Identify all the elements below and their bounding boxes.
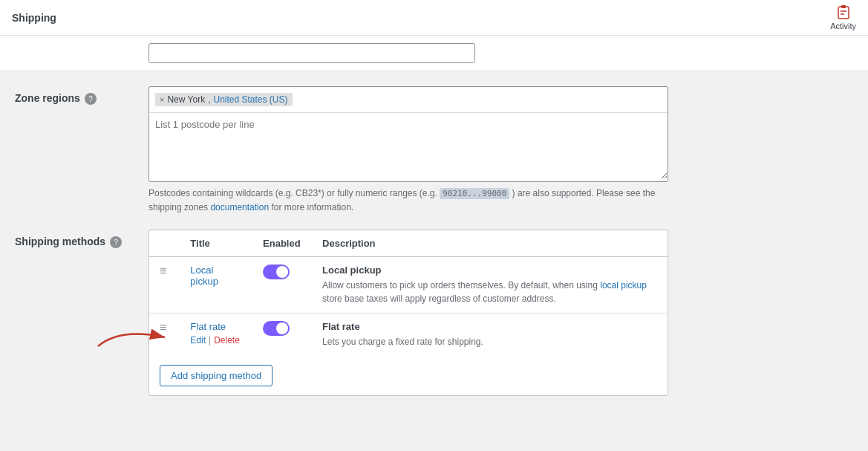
zone-name-input[interactable] bbox=[149, 43, 475, 63]
shipping-methods-label: Shipping methods bbox=[15, 236, 105, 247]
tag-separator: , bbox=[208, 94, 210, 105]
col-description: Description bbox=[312, 230, 668, 257]
col-enabled: Enabled bbox=[252, 230, 312, 257]
methods-table: Title Enabled Description ≡ Local bbox=[149, 230, 668, 356]
postcode-textarea[interactable] bbox=[149, 112, 668, 179]
action-separator: | bbox=[209, 335, 211, 345]
drag-handle-icon[interactable]: ≡ bbox=[160, 265, 169, 277]
activity-button[interactable]: Activity bbox=[830, 5, 856, 30]
shipping-methods-input-col: Title Enabled Description ≡ Local bbox=[149, 230, 668, 396]
method-enabled-cell bbox=[252, 257, 312, 314]
postcode-range-code: 90210...99000 bbox=[440, 188, 509, 199]
method-desc-title: Local pickup bbox=[322, 265, 657, 276]
tag-remove-icon[interactable]: × bbox=[160, 95, 164, 104]
method-enabled-cell bbox=[252, 314, 312, 357]
methods-table-wrapper: Title Enabled Description ≡ Local bbox=[149, 230, 668, 396]
method-name-cell: Flat rate bbox=[180, 314, 252, 357]
method-name-cell: Local pickup bbox=[180, 257, 252, 314]
method-desc-cell: Flat rate Lets you charge a fixed rate f… bbox=[312, 314, 668, 357]
zone-regions-wrapper: × New York, United States (US) bbox=[149, 86, 668, 182]
shipping-methods-help-icon[interactable]: ? bbox=[110, 236, 122, 248]
zone-regions-label: Zone regions bbox=[15, 92, 80, 104]
zone-regions-help-icon[interactable]: ? bbox=[85, 93, 97, 105]
zone-regions-input-col: × New York, United States (US) Postcodes… bbox=[149, 86, 668, 215]
method-delete-link[interactable]: Delete bbox=[214, 335, 240, 345]
activity-icon bbox=[836, 5, 851, 20]
tag-country: United States (US) bbox=[213, 94, 287, 105]
add-shipping-method-button[interactable]: Add shipping method bbox=[160, 365, 273, 386]
svg-rect-0 bbox=[838, 7, 849, 19]
method-actions: Edit | Delete bbox=[190, 335, 242, 345]
postcode-hint: Postcodes containing wildcards (e.g. CB2… bbox=[149, 186, 668, 215]
tag-input-row[interactable]: × New York, United States (US) bbox=[149, 87, 668, 112]
local-pickup-link[interactable]: local pickup bbox=[600, 280, 647, 291]
partial-header-row bbox=[0, 36, 868, 71]
drag-handle-cell: ≡ bbox=[149, 314, 180, 357]
main-content: Zone regions ? × New York, United States… bbox=[0, 71, 868, 411]
method-name-link[interactable]: Local pickup bbox=[190, 265, 218, 287]
add-method-row: Add shipping method bbox=[149, 356, 668, 395]
method-desc-text: Lets you charge a fixed rate for shippin… bbox=[322, 335, 657, 348]
svg-rect-1 bbox=[841, 5, 846, 8]
region-tag[interactable]: × New York, United States (US) bbox=[155, 93, 293, 106]
method-edit-link[interactable]: Edit bbox=[190, 335, 206, 345]
table-row: ≡ Local pickup Local pickup Allow custom… bbox=[149, 257, 668, 314]
method-desc-title: Flat rate bbox=[322, 321, 657, 332]
flat-rate-name-link[interactable]: Flat rate bbox=[190, 321, 226, 332]
postcode-hint-link[interactable]: documentation bbox=[210, 202, 269, 212]
shipping-methods-section: Shipping methods ? Title Enabled Descrip… bbox=[15, 230, 853, 396]
method-toggle[interactable] bbox=[263, 265, 290, 279]
drag-handle-icon[interactable]: ≡ bbox=[160, 321, 169, 334]
zone-regions-section: Zone regions ? × New York, United States… bbox=[15, 86, 853, 215]
method-desc-cell: Local pickup Allow customers to pick up … bbox=[312, 257, 668, 314]
top-bar: Shipping Activity bbox=[0, 0, 868, 36]
page-title: Shipping bbox=[12, 12, 56, 24]
table-row: ≡ Flat rate bbox=[149, 314, 668, 357]
shipping-methods-label-col: Shipping methods ? bbox=[15, 230, 134, 248]
tag-city: New York bbox=[167, 94, 205, 105]
activity-label: Activity bbox=[830, 22, 856, 30]
methods-table-header: Title Enabled Description bbox=[149, 230, 668, 257]
method-desc-text: Allow customers to pick up orders themse… bbox=[322, 279, 657, 305]
method-toggle[interactable] bbox=[263, 321, 290, 336]
zone-regions-label-col: Zone regions ? bbox=[15, 86, 134, 105]
col-drag bbox=[149, 230, 180, 257]
postcode-hint-end: for more information. bbox=[269, 202, 353, 212]
drag-handle-cell: ≡ bbox=[149, 257, 180, 314]
postcode-hint-prefix: Postcodes containing wildcards (e.g. CB2… bbox=[149, 188, 440, 198]
col-title: Title bbox=[180, 230, 252, 257]
